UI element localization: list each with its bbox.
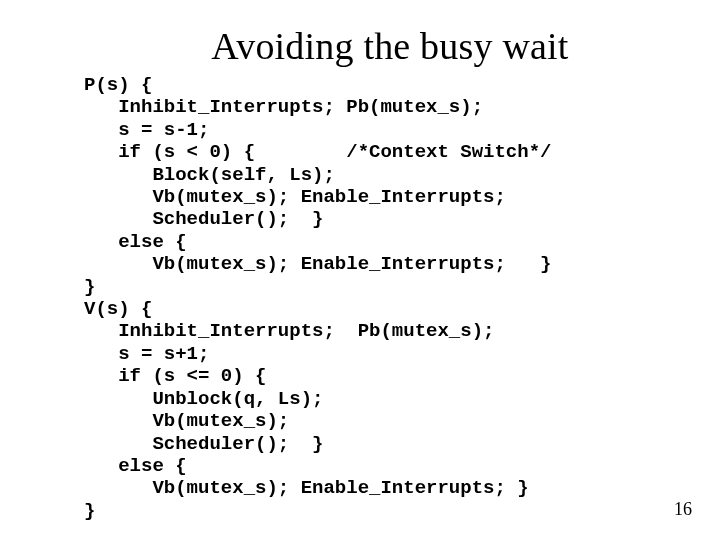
page-number: 16 — [674, 499, 692, 520]
code-block: P(s) { Inhibit_Interrupts; Pb(mutex_s); … — [48, 74, 672, 522]
slide: Avoiding the busy wait P(s) { Inhibit_In… — [0, 0, 720, 540]
slide-title: Avoiding the busy wait — [48, 24, 672, 68]
